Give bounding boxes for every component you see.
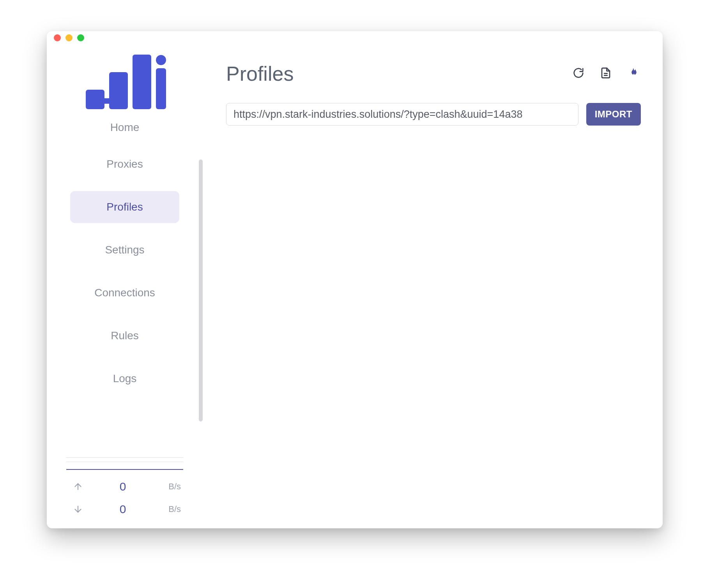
main-panel: Profiles xyxy=(203,44,663,528)
profile-url-row: IMPORT xyxy=(226,103,641,126)
sidebar-item-label: Connections xyxy=(94,287,155,299)
divider xyxy=(66,469,183,470)
sidebar-item-label: Logs xyxy=(113,372,137,385)
sidebar-item-label: Home xyxy=(110,121,140,134)
window-minimize-button[interactable] xyxy=(65,34,73,41)
sidebar-item-proxies[interactable]: Proxies xyxy=(70,148,179,180)
refresh-button[interactable] xyxy=(571,66,586,81)
profile-url-input[interactable] xyxy=(226,103,578,126)
new-file-button[interactable] xyxy=(598,66,614,81)
sidebar-item-profiles[interactable]: Profiles xyxy=(70,191,179,223)
app-window: Home Proxies Profiles Settings Connectio… xyxy=(47,31,663,528)
sidebar: Home Proxies Profiles Settings Connectio… xyxy=(47,44,203,528)
upload-value: 0 xyxy=(90,480,156,493)
sidebar-item-label: Rules xyxy=(111,329,139,342)
traffic-stats: 0 B/s 0 B/s xyxy=(66,453,183,521)
sidebar-item-rules[interactable]: Rules xyxy=(70,320,179,352)
sidebar-item-logs[interactable]: Logs xyxy=(70,363,179,395)
header-actions xyxy=(571,66,641,81)
sidebar-item-settings[interactable]: Settings xyxy=(70,234,179,266)
sidebar-item-label: Profiles xyxy=(106,201,143,213)
download-value: 0 xyxy=(90,503,156,516)
sidebar-scrollbar[interactable] xyxy=(199,159,203,422)
sidebar-item-label: Settings xyxy=(105,244,144,256)
divider xyxy=(66,462,183,462)
sidebar-nav: Home Proxies Profiles Settings Connectio… xyxy=(47,123,203,395)
sidebar-item-label: Proxies xyxy=(106,158,143,170)
fire-button[interactable] xyxy=(625,66,641,81)
window-close-button[interactable] xyxy=(54,34,61,41)
download-unit: B/s xyxy=(156,504,183,514)
refresh-icon xyxy=(573,67,584,80)
svg-rect-0 xyxy=(86,90,104,109)
arrow-down-icon xyxy=(66,504,90,514)
svg-rect-2 xyxy=(133,55,151,109)
arrow-up-icon xyxy=(66,482,90,492)
svg-rect-3 xyxy=(156,68,166,109)
page-header: Profiles xyxy=(226,60,641,87)
svg-rect-5 xyxy=(102,98,111,104)
app-logo xyxy=(74,47,175,113)
stat-upload: 0 B/s xyxy=(66,475,183,498)
fire-icon xyxy=(627,67,639,81)
sidebar-item-home[interactable]: Home xyxy=(70,118,179,137)
import-button[interactable]: IMPORT xyxy=(586,103,641,126)
window-zoom-button[interactable] xyxy=(77,34,84,41)
page-title: Profiles xyxy=(226,62,571,85)
svg-rect-1 xyxy=(109,72,128,109)
divider xyxy=(66,457,183,458)
svg-point-4 xyxy=(156,55,166,65)
stat-download: 0 B/s xyxy=(66,498,183,521)
file-icon xyxy=(600,67,612,81)
upload-unit: B/s xyxy=(156,482,183,492)
sidebar-item-connections[interactable]: Connections xyxy=(70,277,179,309)
window-titlebar xyxy=(47,31,663,44)
